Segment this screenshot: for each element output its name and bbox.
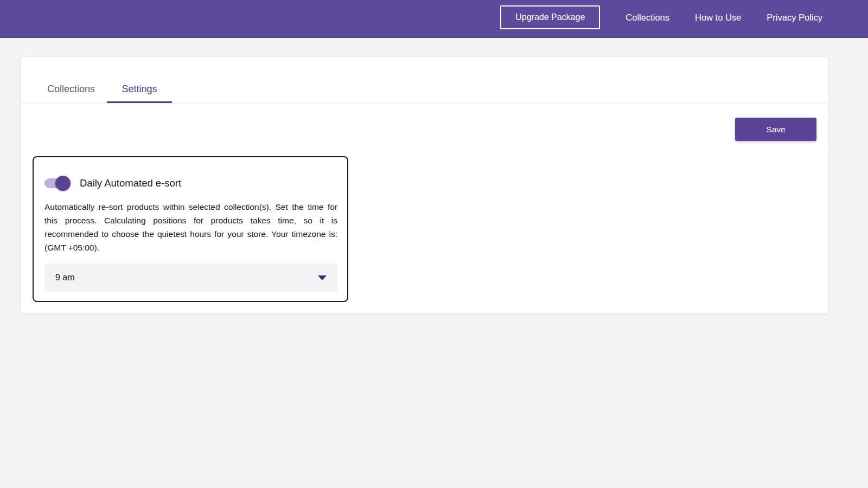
tab-settings[interactable]: Settings xyxy=(107,76,172,103)
upgrade-package-button[interactable]: Upgrade Package xyxy=(500,5,600,29)
daily-esort-header: Daily Automated e-sort xyxy=(44,176,336,191)
nav-link-collections[interactable]: Collections xyxy=(626,12,669,23)
nav-link-how-to-use[interactable]: How to Use xyxy=(695,12,741,23)
esort-time-value: 9 am xyxy=(55,273,75,282)
daily-esort-toggle[interactable] xyxy=(44,176,69,191)
daily-esort-panel: Daily Automated e-sort Automatically re-… xyxy=(33,156,348,302)
esort-time-select[interactable]: 9 am xyxy=(44,264,337,292)
daily-esort-title: Daily Automated e-sort xyxy=(80,177,181,189)
app-header: Upgrade Package Collections How to Use P… xyxy=(0,0,868,38)
tabs-row: Collections Settings xyxy=(21,57,828,104)
tab-collections[interactable]: Collections xyxy=(35,76,107,103)
settings-card: Collections Settings Save Daily Automate… xyxy=(21,57,828,313)
nav-link-privacy-policy[interactable]: Privacy Policy xyxy=(767,12,822,23)
caret-down-icon xyxy=(318,275,327,280)
daily-esort-description: Automatically re-sort products within se… xyxy=(44,200,337,254)
save-button[interactable]: Save xyxy=(735,118,816,141)
toggle-thumb xyxy=(55,176,71,191)
